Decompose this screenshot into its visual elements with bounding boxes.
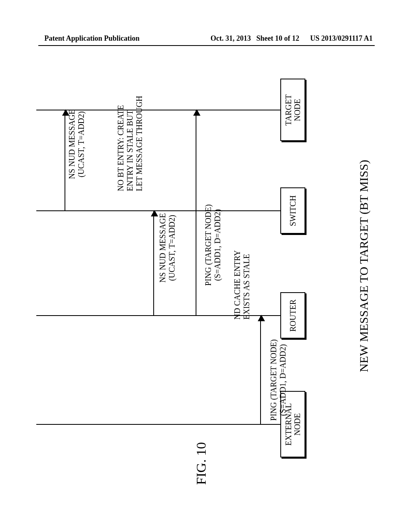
note-no-bt-entry: NO BT ENTRY: CREATE ENTRY IN STALE BUT L…: [116, 79, 144, 191]
page-header: Patent Application Publication Oct. 31, …: [0, 34, 413, 43]
arrowhead-icon: [258, 315, 265, 321]
arrow-ping-ext-to-router: [260, 315, 261, 424]
arrow-nsnud-router-to-switch: [153, 210, 154, 315]
header-sheet: Sheet 10 of 12: [256, 34, 299, 42]
entity-switch-label: SWITCH: [288, 195, 297, 226]
header-rule: [38, 45, 375, 46]
diagram-title: NEW MESSAGE TO TARGET (BT MISS): [357, 160, 371, 372]
label-nsnud-router-to-switch: NS NUD MESSAGE (UCAST, T=ADD2): [158, 204, 177, 292]
note-nd-cache-stale: ND CACHE ENTRY EXISTS AS STALE: [233, 231, 251, 320]
entity-target-node: TARGETNODE: [280, 79, 305, 141]
entity-switch: SWITCH: [280, 187, 305, 234]
header-left: Patent Application Publication: [44, 34, 140, 43]
header-pubnum: US 2013/0291117 A1: [310, 34, 373, 42]
arrowhead-icon: [193, 109, 200, 116]
header-date: Oct. 31, 2013: [211, 34, 251, 42]
label-ping-router-to-target: PING (TARGET NODE) (S=ADD1, D=ADD2): [204, 197, 222, 293]
arrow-ping-router-to-target: [196, 110, 196, 315]
arrow-nsnud-switch-to-target: [65, 110, 65, 210]
arrowhead-icon: [151, 210, 158, 216]
diagram-area: NEW MESSAGE TO TARGET (BT MISS) FIG. 10 …: [36, 73, 375, 480]
entity-target-node-label: TARGETNODE: [284, 94, 302, 125]
header-right: Oct. 31, 2013 Sheet 10 of 12 US 2013/029…: [211, 34, 373, 43]
figure-label: FIG. 10: [194, 442, 209, 485]
lifeline-external: [36, 424, 280, 425]
label-nsnud-switch-to-target: NS NUD MESSAGE (UCAST, T=ADD2): [67, 102, 86, 187]
entity-router-label: ROUTER: [288, 299, 297, 332]
label-ping-ext-to-router: PING (TARGET NODE) (S=ADD1, D=ADD2): [269, 332, 288, 428]
